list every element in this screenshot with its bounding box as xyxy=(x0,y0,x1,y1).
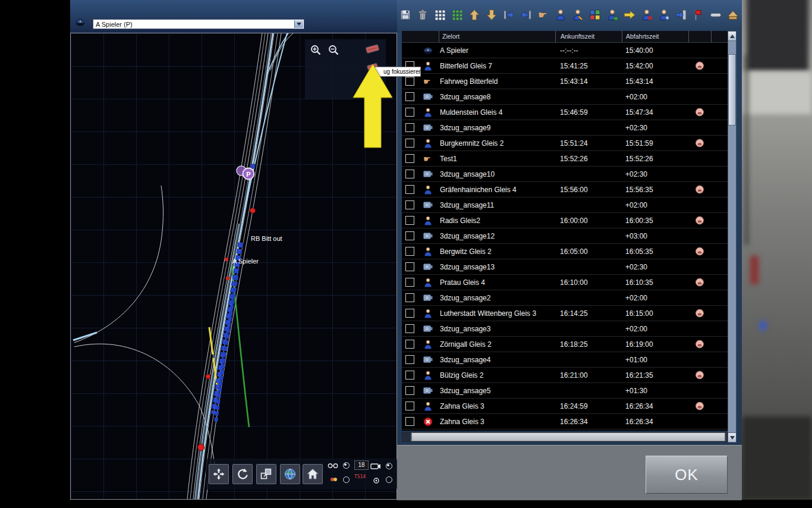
delete-button[interactable] xyxy=(416,8,429,21)
row-checkbox[interactable] xyxy=(405,402,414,410)
timetable-grid-button[interactable] xyxy=(433,8,446,21)
view-mode-radio[interactable] xyxy=(343,462,350,469)
move-up-button[interactable] xyxy=(468,8,481,21)
save-button[interactable] xyxy=(399,8,412,21)
table-row[interactable]: Bülzig Gleis 216:21:0016:21:35 xyxy=(402,368,728,383)
table-row[interactable]: ☛Fahrweg Bitterfeld15:43:1415:43:14 xyxy=(402,74,728,89)
row-checkbox[interactable] xyxy=(405,340,414,349)
table-row[interactable]: 3dzug_ansage11+02:00 xyxy=(402,197,728,213)
table-row[interactable]: 3dzug_ansage10+02:30 xyxy=(402,167,728,182)
row-checkbox[interactable] xyxy=(405,216,414,225)
timetable-grid-green-button[interactable] xyxy=(451,8,464,21)
table-row[interactable]: A Spieler--:--:--15:40:00 xyxy=(402,43,728,58)
table-header: Zielort Ankunftszeit Abfahrtszeit xyxy=(402,31,728,43)
table-row[interactable]: Gräfenhainichen Gleis 415:56:0015:56:35 xyxy=(402,182,728,197)
row-checkbox[interactable] xyxy=(405,371,414,380)
row-checkbox[interactable] xyxy=(405,262,414,271)
row-checkbox[interactable] xyxy=(405,386,414,395)
row-checkbox[interactable] xyxy=(405,200,414,209)
horizontal-scrollbar[interactable] xyxy=(402,432,728,442)
row-checkbox[interactable] xyxy=(405,231,414,240)
flag-button[interactable] xyxy=(692,8,705,21)
contact-button[interactable] xyxy=(554,8,567,21)
contact-settings-button[interactable] xyxy=(657,8,671,21)
table-row[interactable]: 3dzug_ansage3+02:00 xyxy=(402,321,728,337)
move-down-button[interactable] xyxy=(485,8,498,21)
hand-select-button[interactable]: ☛ xyxy=(537,8,550,21)
vertical-scrollbar[interactable] xyxy=(728,31,737,443)
color-grid-button[interactable] xyxy=(588,8,602,21)
home-button[interactable] xyxy=(303,464,323,484)
row-checkbox[interactable] xyxy=(405,154,414,163)
row-checkbox[interactable] xyxy=(405,139,414,148)
row-checkbox[interactable] xyxy=(405,417,414,426)
table-row[interactable]: Muldenstein Gleis 415:46:5915:47:34 xyxy=(402,105,728,120)
insert-after-button[interactable] xyxy=(502,8,515,21)
ansage-icon xyxy=(417,231,439,242)
train-selector-dropdown[interactable]: A Spieler (P) xyxy=(93,19,304,29)
row-zielort: 3dzug_ansage5 xyxy=(439,387,555,395)
table-row[interactable]: Zahna Gleis 316:26:3416:26:34 xyxy=(402,414,728,429)
contact-remove-button[interactable] xyxy=(640,8,653,21)
table-row[interactable]: 3dzug_ansage9+02:30 xyxy=(402,120,728,136)
row-zielort: Bergwitz Gleis 2 xyxy=(439,247,555,256)
ok-button[interactable]: OK xyxy=(646,456,728,494)
world-map-button[interactable] xyxy=(280,464,300,484)
table-row[interactable]: Burgkemnitz Gleis 215:51:2415:51:59 xyxy=(402,136,728,151)
table-row[interactable]: 3dzug_ansage12+03:00 xyxy=(402,228,728,244)
table-row[interactable]: ☛Test115:52:2615:52:26 xyxy=(402,151,728,167)
separator-bar-button[interactable] xyxy=(709,8,722,21)
scroll-left-button[interactable] xyxy=(402,432,411,441)
contact-add-button[interactable] xyxy=(606,8,619,21)
depot-button[interactable] xyxy=(726,8,739,21)
zoom-out-button[interactable] xyxy=(328,44,341,57)
contact-edit-button[interactable] xyxy=(571,8,584,21)
table-row[interactable]: Pratau Gleis 416:10:0016:10:35 xyxy=(402,275,728,290)
target-radio[interactable] xyxy=(386,476,392,483)
table-row[interactable]: 3dzug_ansage5+01:30 xyxy=(402,383,728,399)
table-row[interactable]: Lutherstadt Wittenberg Gleis 316:14:2516… xyxy=(402,306,728,321)
signal-layer-radio[interactable] xyxy=(343,476,350,483)
hand-icon: ☛ xyxy=(417,76,439,87)
layout-link-button[interactable] xyxy=(256,464,276,484)
table-row[interactable]: 3dzug_ansage4+01:00 xyxy=(402,352,728,368)
table-row[interactable]: Radis Gleis216:00:0016:00:35 xyxy=(402,213,728,228)
chevron-down-icon[interactable] xyxy=(294,20,303,28)
scrollbar-thumb[interactable] xyxy=(728,54,736,126)
row-checkbox[interactable] xyxy=(405,123,414,132)
table-row[interactable]: Zörnigall Gleis 216:18:2516:19:00 xyxy=(402,337,728,352)
pan-button[interactable] xyxy=(209,464,229,484)
row-checkbox[interactable] xyxy=(405,185,414,194)
table-row[interactable]: Bergwitz Gleis 216:05:0016:05:35 xyxy=(402,244,728,259)
row-checkbox[interactable] xyxy=(405,309,414,318)
row-checkbox[interactable] xyxy=(405,170,414,178)
row-checkbox[interactable] xyxy=(405,247,414,256)
table-row[interactable]: Bitterfeld Gleis 715:41:2515:42:00 xyxy=(402,58,728,74)
row-checkbox[interactable] xyxy=(405,355,414,364)
row-ankunftszeit: 16:26:34 xyxy=(555,418,622,426)
table-row[interactable]: 3dzug_ansage2+02:00 xyxy=(402,290,728,306)
table-row[interactable]: 3dzug_ansage13+02:30 xyxy=(402,259,728,275)
table-row[interactable]: 3dzug_ansage8+02:00 xyxy=(402,89,728,105)
track-view-button[interactable] xyxy=(364,43,381,54)
row-checkbox[interactable] xyxy=(405,324,414,333)
zoom-in-button[interactable] xyxy=(310,44,323,57)
person-icon xyxy=(417,277,439,288)
row-checkbox[interactable] xyxy=(405,77,414,86)
apply-arrow-button[interactable] xyxy=(623,8,636,21)
row-checkbox[interactable] xyxy=(405,278,414,287)
zoom-level-value[interactable]: 18 xyxy=(354,460,369,470)
ansage-icon xyxy=(417,385,439,396)
row-checkbox[interactable] xyxy=(405,293,414,302)
hscrollbar-thumb[interactable] xyxy=(411,432,725,441)
import-button[interactable] xyxy=(675,8,688,21)
table-row[interactable]: Zahna Gleis 316:24:5916:26:34 xyxy=(402,399,728,414)
scroll-up-button[interactable] xyxy=(728,32,736,41)
camera-radio[interactable] xyxy=(386,463,392,469)
row-checkbox[interactable] xyxy=(405,92,414,101)
row-checkbox[interactable] xyxy=(405,108,414,117)
track-map[interactable]: P RB Bitt out A Spieler xyxy=(70,33,397,500)
insert-before-button[interactable] xyxy=(520,8,533,21)
rotate-button[interactable] xyxy=(232,464,253,484)
scroll-down-button[interactable] xyxy=(728,432,736,442)
